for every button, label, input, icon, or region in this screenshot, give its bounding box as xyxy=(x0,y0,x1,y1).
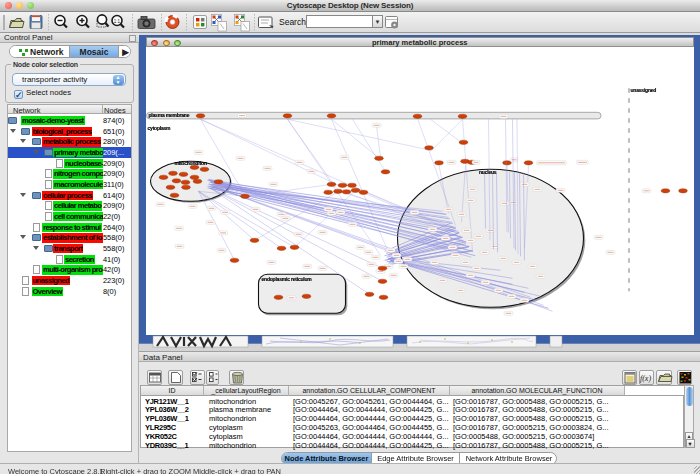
svg-text:plasma membrane: plasma membrane xyxy=(148,112,189,118)
svg-text:mitochondrion: mitochondrion xyxy=(174,160,206,166)
svg-text:nucleus: nucleus xyxy=(479,168,497,174)
svg-text:1:1: 1:1 xyxy=(114,19,121,24)
svg-text:unassigned: unassigned xyxy=(630,87,656,93)
svg-text:endoplasmic reticulum: endoplasmic reticulum xyxy=(261,276,312,282)
svg-text:cytoplasm: cytoplasm xyxy=(147,125,171,131)
